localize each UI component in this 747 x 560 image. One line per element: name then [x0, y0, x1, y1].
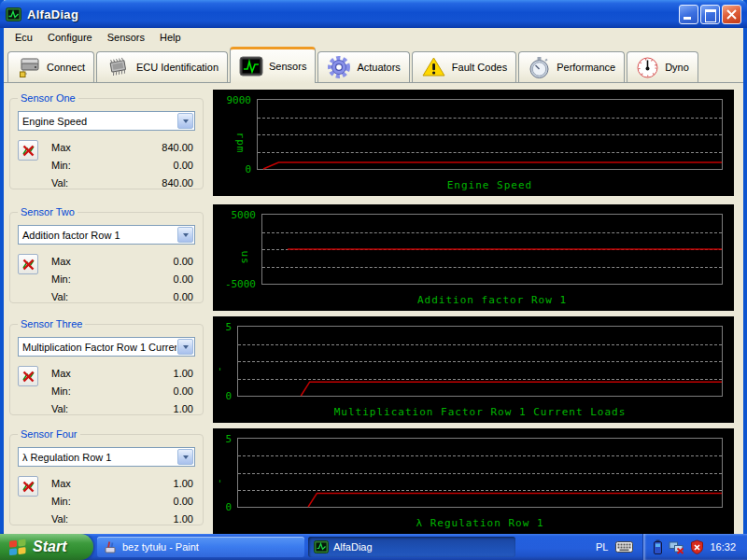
dropdown-button[interactable] [177, 339, 193, 355]
dropdown-button[interactable] [177, 227, 193, 243]
harddrive-icon [17, 56, 41, 78]
max-value: 1.00 [174, 368, 193, 379]
keyboard-icon[interactable] [615, 541, 633, 553]
tab-label: Sensors [269, 61, 306, 72]
chevron-down-icon [183, 455, 189, 459]
chart-plot-area [257, 99, 723, 170]
clear-chart-button[interactable] [18, 366, 38, 386]
gauge-icon [636, 56, 659, 79]
y-axis-min-label: -5000 [213, 278, 256, 290]
sensor-three-select[interactable]: Multiplication Factor Row 1 Current [18, 337, 195, 357]
security-alert-shield-icon[interactable] [690, 539, 704, 554]
y-axis-unit-label: us [239, 250, 251, 264]
oscilloscope-icon [239, 56, 263, 77]
val-value: 840.00 [162, 177, 193, 189]
selected-sensor: λ Regulation Row 1 [19, 452, 176, 463]
val-label: Val: [51, 403, 68, 414]
dropdown-button[interactable] [177, 113, 193, 129]
sensor-four-select[interactable]: λ Regulation Row 1 [18, 447, 195, 467]
clear-chart-button[interactable] [18, 476, 38, 497]
menu-configure[interactable]: Configure [40, 30, 100, 45]
chevron-down-icon [183, 119, 189, 123]
series-line [258, 100, 722, 169]
tab-label: Performance [557, 62, 615, 73]
tab-dyno[interactable]: Dyno [627, 51, 698, 82]
clear-chart-icon [21, 258, 35, 272]
alfadiag-window: AlfaDiag Ecu Configure Sensors Help Conn… [0, 0, 747, 534]
clear-chart-icon [21, 370, 35, 384]
tab-label: Fault Codes [452, 62, 507, 73]
maximize-button[interactable] [700, 5, 720, 24]
val-value: 0.00 [174, 291, 193, 302]
min-label: Min: [51, 385, 71, 397]
tab-connect[interactable]: Connect [7, 51, 94, 82]
tab-label: Dyno [665, 62, 689, 73]
min-label: Min: [51, 273, 71, 285]
y-axis-max-label: 9000 [213, 94, 251, 106]
network-disconnected-icon[interactable] [669, 540, 684, 554]
y-axis-min-label: 0 [213, 390, 232, 402]
close-icon [723, 6, 740, 23]
titlebar: AlfaDiag [0, 0, 747, 28]
max-value: 840.00 [162, 142, 193, 153]
min-value: 0.00 [174, 273, 193, 285]
min-label: Min: [51, 496, 71, 507]
menu-help[interactable]: Help [152, 30, 189, 45]
val-value: 1.00 [174, 403, 193, 414]
clear-chart-icon [21, 480, 35, 494]
chart-plot-area [237, 438, 723, 508]
sensor-two-select[interactable]: Addition factor Row 1 [18, 225, 195, 245]
chart-title: Engine Speed [257, 179, 723, 191]
series-line [238, 439, 722, 507]
max-label: Max [51, 256, 71, 267]
y-axis-unit-label: - [215, 478, 227, 485]
tab-sensors[interactable]: Sensors [230, 47, 316, 83]
task-label: bez tytułu - Paint [122, 541, 199, 553]
tab-fault-codes[interactable]: Fault Codes [412, 51, 516, 82]
window-title: AlfaDiag [27, 7, 78, 21]
taskbar-button-paint[interactable]: bez tytułu - Paint [97, 537, 304, 557]
warning-icon [421, 56, 446, 78]
y-axis-max-label: 5000 [213, 209, 256, 221]
tab-ecu-identification[interactable]: ECU Identification [96, 51, 228, 82]
group-label: Sensor Four [18, 428, 80, 440]
val-label: Val: [51, 513, 68, 525]
selected-sensor: Addition factor Row 1 [19, 230, 176, 241]
clear-chart-button[interactable] [18, 254, 38, 274]
y-axis-min-label: 0 [213, 501, 232, 513]
chevron-down-icon [183, 233, 189, 237]
tab-performance[interactable]: Performance [518, 51, 625, 82]
clear-chart-button[interactable] [18, 140, 38, 161]
chip-icon [106, 56, 131, 78]
language-indicator[interactable]: PL [596, 541, 608, 553]
selected-sensor: Multiplication Factor Row 1 Current [19, 342, 176, 353]
chart-title: Multiplication Factor Row 1 Current Load… [237, 406, 723, 418]
tab-strip: Connect ECU Identification Sensors Actua… [4, 46, 743, 82]
start-label: Start [33, 539, 66, 555]
clear-chart-icon [21, 144, 35, 158]
start-button[interactable]: Start [0, 534, 93, 560]
windows-flag-icon [7, 538, 28, 556]
sensor-one-select[interactable]: Engine Speed [18, 111, 195, 131]
min-value: 0.00 [174, 385, 193, 397]
minimize-button[interactable] [679, 5, 698, 24]
tab-actuators[interactable]: Actuators [317, 51, 409, 82]
paint-icon [103, 539, 118, 554]
chart-title: Addition factor Row 1 [261, 294, 723, 306]
taskbar-button-alfadiag[interactable]: AlfaDiag [308, 537, 515, 557]
val-label: Val: [51, 291, 68, 302]
y-axis-max-label: 5 [213, 321, 232, 333]
menu-sensors[interactable]: Sensors [100, 30, 152, 45]
max-value: 1.00 [174, 478, 193, 489]
val-value: 1.00 [174, 513, 193, 525]
gear-icon [327, 55, 351, 79]
series-line [262, 215, 722, 284]
dropdown-button[interactable] [177, 449, 193, 465]
alfadiag-icon [314, 540, 329, 553]
min-value: 0.00 [174, 160, 193, 171]
close-button[interactable] [722, 5, 741, 24]
battery-tray-icon[interactable] [653, 539, 663, 554]
taskbar-clock[interactable]: 16:32 [710, 541, 740, 553]
menu-ecu[interactable]: Ecu [7, 30, 40, 45]
chart-lambda-regulation: 5 - 0 λ Regulation Row 1 [213, 428, 734, 534]
